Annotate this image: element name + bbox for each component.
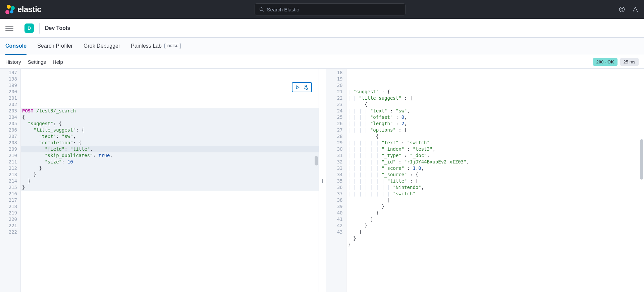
settings-link[interactable]: Settings <box>28 59 46 65</box>
request-pane: 197198199200▾201▾202▾203204▾205206207208… <box>0 69 319 292</box>
code-line[interactable]: | | | | "text" : "sw", <box>346 108 644 114</box>
code-line[interactable] <box>346 248 644 254</box>
request-actions <box>292 82 312 92</box>
tab-label: Painless Lab <box>131 43 162 49</box>
console-editor-area: 197198199200▾201▾202▾203204▾205206207208… <box>0 68 644 292</box>
request-gutter: 197198199200▾201▾202▾203204▾205206207208… <box>0 69 21 292</box>
elastic-logo-icon <box>5 5 15 14</box>
code-line[interactable] <box>21 197 319 203</box>
beta-badge: BETA <box>164 43 181 49</box>
code-line[interactable]: "suggest": { <box>21 120 319 127</box>
code-line[interactable]: } <box>21 172 319 178</box>
tab-label: Search Profiler <box>37 43 73 49</box>
scrollbar-thumb[interactable] <box>315 156 318 165</box>
code-line[interactable]: "text": "sw", <box>21 133 319 140</box>
tab-search-profiler[interactable]: Search Profiler <box>37 38 73 55</box>
code-line[interactable]: } <box>346 210 644 216</box>
code-line[interactable]: "completion": { <box>21 140 319 146</box>
code-line[interactable]: | | | | | | | | "switch" <box>346 191 644 197</box>
code-line[interactable]: } <box>346 235 644 242</box>
divider <box>39 23 40 34</box>
send-request-button[interactable] <box>294 84 301 91</box>
code-line[interactable]: { <box>21 114 319 120</box>
code-line[interactable]: | | | | | | "_score" : 1.0, <box>346 165 644 172</box>
svg-point-0 <box>260 8 263 11</box>
request-editor[interactable]: POST /test3/_search{ "suggest": { "title… <box>21 69 319 292</box>
code-line[interactable]: | | | | | | | | "Nintendo", <box>346 184 644 191</box>
code-line[interactable]: { <box>346 133 644 140</box>
pane-splitter[interactable]: || <box>319 69 326 292</box>
elastic-logo[interactable]: elastic <box>5 5 41 14</box>
code-line[interactable] <box>21 191 319 197</box>
code-line[interactable]: { <box>346 101 644 108</box>
code-line[interactable]: | | | | | | "_source" : { <box>346 172 644 178</box>
code-line[interactable] <box>21 101 319 108</box>
code-line[interactable]: | | | | "options" : [ <box>346 127 644 133</box>
search-input[interactable] <box>267 7 401 12</box>
code-line[interactable]: } <box>346 242 644 248</box>
global-search[interactable] <box>255 3 406 15</box>
response-status-badge: 200 - OK <box>593 58 618 66</box>
code-line[interactable]: } <box>21 165 319 172</box>
scrollbar-thumb[interactable] <box>640 139 643 180</box>
code-line[interactable]: | | | | | | | "title" : [ <box>346 178 644 184</box>
response-gutter: 18▾19▾20▾21222324▾25▾262728293031▾32▾333… <box>326 69 346 292</box>
code-line[interactable]: | | | | "offset" : 0, <box>346 114 644 120</box>
svg-marker-4 <box>296 86 299 89</box>
tab-label: Grok Debugger <box>84 43 120 49</box>
space-selector[interactable]: D <box>24 23 34 33</box>
help-icon[interactable] <box>632 6 639 13</box>
splitter-icon: || <box>322 178 322 183</box>
code-line[interactable]: ] <box>346 197 644 203</box>
code-line[interactable] <box>21 210 319 216</box>
code-line[interactable]: | | | | "length" : 2, <box>346 120 644 127</box>
response-pane: 18▾19▾20▾21222324▾25▾262728293031▾32▾333… <box>326 69 644 292</box>
code-line[interactable]: "skip_duplicates": true, <box>21 152 319 159</box>
code-line[interactable] <box>21 254 319 261</box>
code-line[interactable]: | | | | | | "_type" : "_doc", <box>346 152 644 159</box>
code-line[interactable]: "size": 10 <box>21 159 319 165</box>
code-line[interactable] <box>21 242 319 248</box>
tab-console[interactable]: Console <box>5 38 26 55</box>
request-options-button[interactable] <box>303 84 310 91</box>
history-link[interactable]: History <box>5 59 21 65</box>
nav-toggle-button[interactable] <box>5 24 13 32</box>
code-line[interactable]: ] <box>346 216 644 223</box>
code-line[interactable]: } <box>346 203 644 210</box>
svg-point-3 <box>621 8 623 11</box>
code-line[interactable] <box>21 235 319 242</box>
code-line[interactable]: | "suggest" : { <box>346 89 644 95</box>
code-line[interactable]: POST /test3/_search <box>21 108 319 114</box>
divider <box>19 23 19 34</box>
help-link[interactable]: Help <box>53 59 63 65</box>
svg-line-1 <box>263 10 264 11</box>
code-line[interactable]: | | | | | | "_index" : "test3", <box>346 146 644 152</box>
code-line[interactable]: | | "title_suggest" : [ <box>346 95 644 101</box>
newsfeed-icon[interactable] <box>619 6 625 13</box>
code-line[interactable]: } <box>346 223 644 229</box>
code-line[interactable] <box>21 229 319 235</box>
console-toolbar: HistorySettingsHelp 200 - OK 25 ms <box>0 55 644 68</box>
svg-point-2 <box>620 7 625 12</box>
code-line[interactable]: } <box>21 184 319 191</box>
code-line[interactable] <box>21 203 319 210</box>
code-line[interactable]: | | | | | | "text" : "switch", <box>346 140 644 146</box>
app-header: D Dev Tools <box>0 19 644 38</box>
code-line[interactable] <box>21 95 319 101</box>
tab-label: Console <box>5 43 26 49</box>
response-timing-badge: 25 ms <box>620 58 639 66</box>
page-title: Dev Tools <box>45 25 70 31</box>
code-line[interactable]: ] <box>346 229 644 235</box>
code-line[interactable]: } <box>21 178 319 184</box>
code-line[interactable]: | | | | | | "_id" : "rIjDY44BxubEv2-xIZ0… <box>346 159 644 165</box>
response-viewer[interactable]: | "suggest" : {| | "title_suggest" : [ {… <box>346 69 644 292</box>
tab-painless-lab[interactable]: Painless LabBETA <box>131 38 181 55</box>
global-header: elastic <box>0 0 644 19</box>
code-line[interactable]: "title_suggest": { <box>21 127 319 133</box>
code-line[interactable] <box>21 248 319 254</box>
code-line[interactable]: "field": "title", <box>21 146 319 152</box>
devtools-tabs: ConsoleSearch ProfilerGrok DebuggerPainl… <box>0 38 644 55</box>
code-line[interactable] <box>21 216 319 223</box>
code-line[interactable] <box>21 223 319 229</box>
tab-grok-debugger[interactable]: Grok Debugger <box>84 38 120 55</box>
